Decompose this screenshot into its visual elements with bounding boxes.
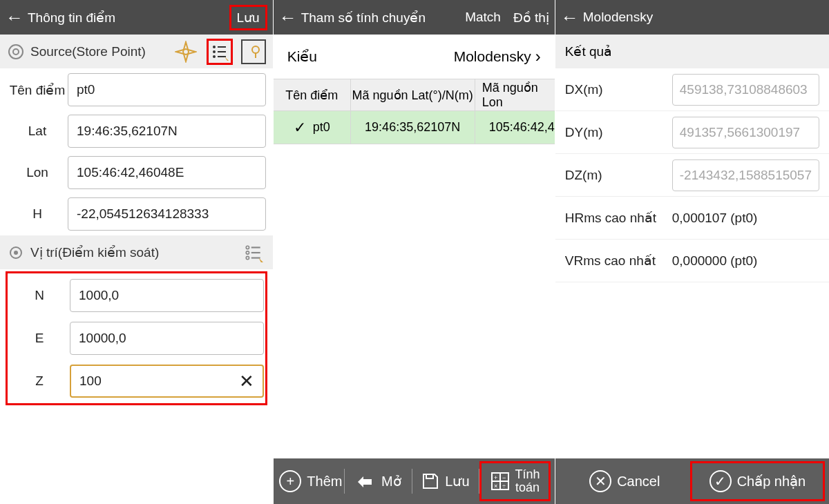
clear-input-icon[interactable]: ✕ bbox=[239, 371, 254, 392]
save-button-2[interactable]: Lưu bbox=[412, 467, 479, 495]
svg-point-0 bbox=[9, 45, 23, 59]
svg-rect-22 bbox=[426, 474, 433, 478]
cancel-button[interactable]: ✕ Cancel bbox=[560, 467, 690, 495]
label-hrms: HRms cao nhất bbox=[565, 210, 672, 226]
add-button[interactable]: + Thêm bbox=[278, 467, 345, 495]
calculator-icon: +−×÷ bbox=[490, 472, 510, 491]
input-ten-diem[interactable]: pt0 bbox=[68, 73, 266, 106]
bottom-bar-2: + Thêm Mở Lưu +−×÷ bbox=[274, 458, 555, 504]
plus-icon: + bbox=[279, 470, 301, 492]
position-section-header: Vị trí(Điểm kiểm soát) bbox=[0, 235, 273, 269]
label-lon: Lon bbox=[7, 165, 68, 180]
list-select-icon[interactable] bbox=[207, 39, 233, 65]
result-header: Kết quả bbox=[555, 35, 829, 68]
back-arrow-icon[interactable]: ← bbox=[6, 7, 23, 28]
th-tendiem: Tên điểm bbox=[274, 79, 351, 110]
row-lon: Lon 105:46:42,46048E bbox=[7, 156, 266, 189]
check-icon: ✓ bbox=[709, 470, 732, 492]
svg-rect-16 bbox=[251, 246, 260, 248]
label-h: H bbox=[7, 206, 68, 222]
source-section-header: Source(Store Point) bbox=[0, 35, 273, 68]
match-button[interactable]: Match bbox=[465, 10, 501, 25]
map-pin-icon[interactable] bbox=[241, 39, 266, 64]
svg-point-19 bbox=[246, 256, 249, 259]
svg-text:×: × bbox=[494, 483, 497, 490]
input-n[interactable]: 1000,0 bbox=[70, 279, 264, 312]
svg-point-6 bbox=[213, 50, 216, 53]
cell-tendiem: pt0 bbox=[313, 120, 330, 135]
topbar-3: ← Molodensky bbox=[555, 0, 829, 35]
label-e: E bbox=[9, 331, 70, 346]
graph-button[interactable]: Đồ thị bbox=[513, 10, 549, 26]
svg-marker-3 bbox=[176, 49, 196, 55]
input-h[interactable]: -22,054512634128333 bbox=[68, 197, 266, 231]
pane-transform-params: ← Tham số tính chuyển Match Đồ thị Kiểu … bbox=[274, 0, 555, 504]
value-dx[interactable]: 459138,73108848603 bbox=[672, 74, 819, 106]
svg-rect-5 bbox=[218, 46, 226, 48]
check-icon: ✓ bbox=[294, 119, 306, 137]
input-lon[interactable]: 105:46:42,46048E bbox=[68, 156, 266, 189]
svg-text:+: + bbox=[494, 474, 497, 481]
open-button[interactable]: Mở bbox=[345, 467, 412, 495]
row-vrms: VRms cao nhất 0,000000 (pt0) bbox=[555, 240, 829, 282]
svg-point-15 bbox=[246, 246, 249, 249]
table-row[interactable]: ✓ pt0 19:46:35,62107N 105:46:42,4 bbox=[274, 111, 555, 144]
input-lat[interactable]: 19:46:35,62107N bbox=[68, 115, 266, 148]
row-hrms: HRms cao nhất 0,000107 (pt0) bbox=[555, 197, 829, 240]
table-header: Tên điểm Mã nguồn Lat(°)/N(m) Mã nguồn L… bbox=[274, 79, 555, 111]
page-title: Tham số tính chuyển bbox=[301, 10, 426, 26]
label-dx: DX(m) bbox=[565, 82, 672, 97]
svg-rect-9 bbox=[218, 56, 226, 57]
label-dy: DY(m) bbox=[565, 125, 672, 140]
label-n: N bbox=[9, 288, 70, 303]
svg-point-4 bbox=[213, 46, 216, 48]
svg-rect-20 bbox=[251, 257, 260, 258]
row-dx: DX(m) 459138,73108848603 bbox=[555, 68, 829, 111]
pane-molodensky: ← Molodensky Kết quả DX(m) 459138,731088… bbox=[555, 0, 829, 504]
svg-rect-7 bbox=[218, 51, 226, 52]
value-dz[interactable]: -2143432,1588515057 bbox=[672, 159, 819, 191]
value-hrms: 0,000107 (pt0) bbox=[672, 211, 758, 226]
th-lat: Mã nguồn Lat(°)/N(m) bbox=[351, 79, 475, 110]
page-title: Molodensky bbox=[583, 10, 653, 25]
row-dy: DY(m) 491357,5661300197 bbox=[555, 111, 829, 154]
cell-lon: 105:46:42,4 bbox=[475, 111, 555, 144]
bottom-bar-3: ✕ Cancel ✓ Chấp nhận bbox=[555, 458, 829, 504]
kieu-label: Kiểu bbox=[287, 48, 317, 65]
svg-text:−: − bbox=[502, 474, 506, 481]
close-icon: ✕ bbox=[589, 470, 611, 492]
label-z: Z bbox=[9, 374, 70, 389]
input-z[interactable]: 100 ✕ bbox=[70, 365, 264, 398]
row-ten-diem: Tên điểm pt0 bbox=[7, 73, 266, 106]
back-arrow-icon[interactable]: ← bbox=[279, 7, 297, 28]
label-ten-diem: Tên điểm bbox=[7, 82, 68, 98]
kieu-value: Molodensky bbox=[454, 48, 531, 65]
value-dy[interactable]: 491357,5661300197 bbox=[672, 117, 819, 148]
row-n: N 1000,0 bbox=[9, 279, 264, 312]
th-lon: Mã nguồn Lon bbox=[475, 79, 555, 110]
svg-point-14 bbox=[14, 251, 18, 255]
save-button[interactable]: Lưu bbox=[229, 5, 267, 30]
chevron-right-icon: › bbox=[535, 47, 541, 66]
value-vrms: 0,000000 (pt0) bbox=[672, 253, 758, 269]
kieu-row[interactable]: Kiểu Molodensky › bbox=[274, 35, 555, 79]
compass-icon[interactable] bbox=[173, 39, 198, 64]
back-arrow-icon[interactable]: ← bbox=[561, 7, 579, 28]
list-select-icon-2[interactable] bbox=[241, 240, 266, 265]
row-z: Z 100 ✕ bbox=[9, 365, 264, 398]
svg-point-17 bbox=[246, 251, 249, 253]
compute-button[interactable]: +−×÷ Tínhtoán bbox=[479, 461, 551, 501]
svg-point-11 bbox=[252, 46, 259, 53]
crosshair-icon bbox=[7, 244, 25, 262]
input-e[interactable]: 10000,0 bbox=[70, 322, 264, 355]
accept-button[interactable]: ✓ Chấp nhận bbox=[690, 461, 825, 501]
row-e: E 10000,0 bbox=[9, 322, 264, 355]
label-vrms: VRms cao nhất bbox=[565, 253, 672, 269]
svg-text:÷: ÷ bbox=[502, 483, 506, 490]
cell-lat: 19:46:35,62107N bbox=[351, 111, 475, 144]
svg-marker-10 bbox=[225, 57, 229, 61]
topbar-2: ← Tham số tính chuyển Match Đồ thị bbox=[274, 0, 555, 35]
position-label: Vị trí(Điểm kiểm soát) bbox=[30, 244, 236, 260]
source-label: Source(Store Point) bbox=[30, 44, 168, 59]
row-dz: DZ(m) -2143432,1588515057 bbox=[555, 154, 829, 197]
